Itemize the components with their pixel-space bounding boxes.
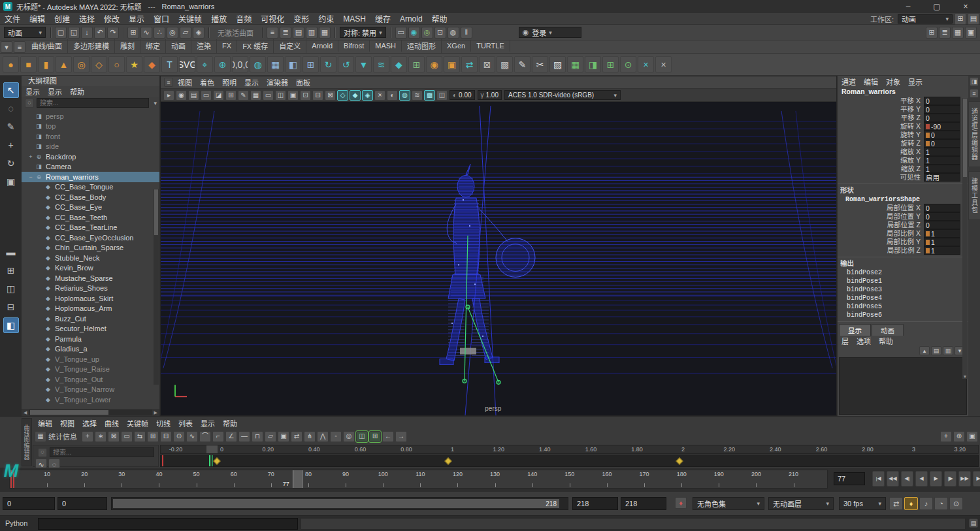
graph-frame-icon[interactable]: ▣ [966, 431, 978, 442]
graph-menu--[interactable]: 曲线 [101, 418, 123, 428]
paint-effects-icon[interactable]: ◍ [250, 56, 266, 72]
outliner-vertical-scrollbar[interactable] [154, 189, 159, 385]
pre-infinity-icon[interactable]: ← [382, 431, 394, 442]
channel-value-field[interactable]: 1 [924, 229, 960, 238]
textured-display-icon[interactable]: ◈ [362, 90, 373, 101]
outliner-menu--[interactable]: 帮助 [66, 86, 88, 97]
outliner-item-side[interactable]: ◨side [22, 142, 159, 152]
smooth-shade-icon[interactable]: ◆ [350, 90, 361, 101]
buffer-curve-snapshot-icon[interactable]: ▣ [278, 431, 289, 442]
drop-to-floor-icon[interactable]: ▼ [355, 56, 372, 72]
insert-keys-icon[interactable]: ∗ [95, 431, 106, 442]
value-snap-icon[interactable]: ⊞ [369, 431, 381, 442]
menu--[interactable]: 可视化 [256, 13, 289, 24]
workspace-options-icon[interactable]: ⊞ [955, 13, 966, 25]
delete-tool-icon[interactable]: × [655, 56, 672, 72]
output-node-bindPose3[interactable]: bindPose3 [838, 285, 968, 294]
workspace-dropdown[interactable]: 动画 ▾ [898, 14, 953, 24]
channel-name[interactable]: 局部位置 X [838, 204, 924, 212]
make-live-icon[interactable]: ◈ [193, 27, 204, 39]
free-tangent-weight-icon[interactable]: ◦ [330, 431, 342, 442]
outliner-item-Mustache_Sparse[interactable]: ◆Mustache_Sparse [22, 273, 159, 283]
menu--[interactable]: 约束 [314, 13, 338, 24]
snap-to-view-plane-icon[interactable]: ▱ [180, 27, 191, 39]
shelf-tab--[interactable]: 动画 [166, 39, 191, 53]
image-plane-icon[interactable]: ◪ [213, 90, 224, 101]
shelf-tab-fx[interactable]: FX [217, 40, 237, 52]
symmetry-dropdown[interactable]: 对称: 禁用 ▾ [340, 27, 386, 38]
channel-name[interactable]: 旋转 X [838, 122, 924, 131]
measure-tool-icon[interactable]: ⌖ [197, 56, 213, 72]
type-tool-icon[interactable]: T [161, 56, 178, 72]
menu--[interactable]: 选择 [74, 13, 99, 24]
range-slider-groove[interactable]: 218 [111, 497, 568, 510]
expand-toggle-icon[interactable]: − [27, 174, 35, 180]
channel-value-field[interactable]: 1 [924, 165, 960, 173]
channel-value-field[interactable]: 1 [924, 238, 960, 246]
safe-title-icon[interactable]: ⊠ [325, 90, 336, 101]
channel-name[interactable]: 局部位置 Y [838, 212, 924, 221]
channel-name[interactable]: 局部比例 X [838, 229, 924, 238]
menu--[interactable]: 缓存 [370, 13, 395, 24]
sidebar-tab--[interactable]: 建模工具包 [968, 171, 980, 220]
expand-toggle-icon[interactable]: + [27, 153, 35, 160]
swap-arrows-icon[interactable]: ⇄ [461, 56, 478, 72]
teal-cube-icon[interactable]: ◆ [391, 56, 407, 72]
motion-blur-icon[interactable]: ≋ [412, 90, 423, 101]
nurbs-torus-icon[interactable]: ◎ [73, 56, 90, 72]
output-node-bindPose6[interactable]: bindPose6 [838, 311, 968, 319]
channel-name[interactable]: 缩放 Z [838, 165, 924, 173]
auto-tangent-icon[interactable]: ∿ [186, 431, 198, 442]
channel-value-field[interactable]: 启用 [924, 173, 960, 182]
outliner-item-Hoplomacus_Arm[interactable]: ◆Hoplomacus_Arm [22, 304, 159, 314]
rotate-tool-icon[interactable]: ↻ [3, 155, 19, 171]
playback-start-field[interactable]: 0 [3, 497, 55, 510]
maximize-button[interactable]: ▢ [923, 0, 951, 13]
manipulator-handle[interactable] [460, 348, 476, 355]
animation-end-field[interactable]: 218 [621, 497, 666, 510]
go-to-start-button[interactable]: |◀ [872, 471, 885, 487]
outliner-horizontal-scrollbar[interactable]: ◀ ▶ [22, 409, 159, 416]
graph-menu--[interactable]: 选择 [78, 418, 101, 428]
channelbox-menu--[interactable]: 编辑 [860, 76, 882, 87]
outliner-item-CC_Base_TearLine[interactable]: ◆CC_Base_TearLine [22, 223, 159, 233]
current-frame-field[interactable]: 77 [834, 472, 865, 485]
scissors-icon[interactable]: ✂ [532, 56, 548, 72]
shelf-tab-turtle[interactable]: TURTLE [471, 40, 510, 52]
menu--[interactable]: 播放 [206, 13, 231, 24]
graph-editor-side-label[interactable]: 曲线图编辑器 [22, 418, 32, 466]
channelbox-scrollbar[interactable]: ▼ [962, 98, 968, 379]
shelf-tab-arnold[interactable]: Arnold [306, 40, 338, 52]
frame-all-icon[interactable]: ⊞ [147, 431, 159, 442]
channel-name[interactable]: 平移 Y [838, 105, 924, 114]
nurbs-cone-icon[interactable]: ▲ [56, 56, 72, 72]
tool-settings-icon[interactable]: ▥ [306, 27, 318, 39]
shelf-tab-fx-[interactable]: FX 缓存 [237, 39, 274, 53]
snap-to-point-icon[interactable]: ∴ [154, 27, 165, 39]
channel-value-field[interactable]: 0 [924, 131, 960, 139]
layer-menu--[interactable]: 选项 [853, 336, 875, 346]
resolution-gate-icon[interactable]: ◫ [275, 90, 286, 101]
shelf-tab--[interactable]: 自定义 [274, 39, 306, 53]
render-view-icon[interactable]: ▭ [395, 27, 407, 39]
nurbs-cylinder-icon[interactable]: ▮ [38, 56, 54, 72]
shelf-tab--[interactable]: 多边形建模 [68, 39, 115, 53]
close-button[interactable]: × [952, 0, 979, 13]
scrollbar-thumb[interactable] [154, 189, 158, 235]
outliner-item-CC_Base_Body[interactable]: ◆CC_Base_Body [22, 192, 159, 202]
film-gate-icon[interactable]: ▭ [263, 90, 274, 101]
menu--[interactable]: 音频 [231, 13, 256, 24]
unify-tangents-icon[interactable]: ⋀ [317, 431, 329, 442]
layout-outliner-persp-icon[interactable]: ◧ [3, 317, 19, 333]
layout-single-pane-icon[interactable]: ▬ [3, 244, 19, 260]
channel-value-field[interactable]: 0 [924, 105, 960, 114]
break-tangents-icon[interactable]: ⋔ [304, 431, 316, 442]
layer-new-from-selected-icon[interactable]: ▥ [943, 346, 953, 355]
channelbox-menu--[interactable]: 显示 [904, 76, 926, 87]
field-chart-icon[interactable]: ⊡ [300, 90, 311, 101]
loop-mode-icon[interactable]: ⇄ [889, 497, 903, 510]
crate-icon[interactable]: ▣ [444, 56, 460, 72]
outliner-item-CC_Base_Teeth[interactable]: ◆CC_Base_Teeth [22, 212, 159, 223]
grid-plus-icon[interactable]: ⊞ [408, 56, 425, 72]
undo-icon[interactable]: ↶ [94, 27, 106, 39]
